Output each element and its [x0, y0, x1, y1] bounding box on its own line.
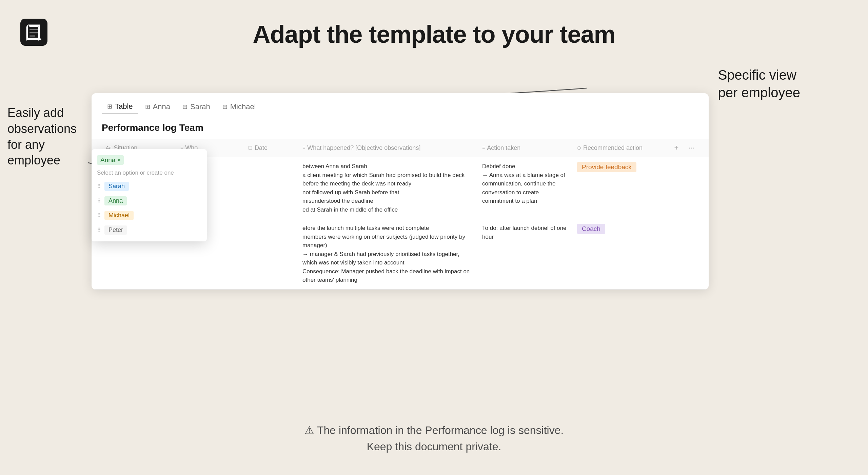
cell-what-2: efore the launch multiple tasks were not… — [298, 219, 478, 289]
row2-more[interactable] — [685, 219, 698, 229]
notion-logo — [20, 19, 47, 46]
sarah-tab-icon: ⊞ — [182, 103, 188, 111]
dropdown-item-michael[interactable]: ⠿ Michael — [92, 208, 207, 223]
chip-michael: Michael — [104, 211, 134, 220]
page-title: Adapt the template to your team — [0, 20, 868, 48]
page-header: Adapt the template to your team — [0, 0, 868, 48]
tabs-bar: ⊞ Table ⊞ Anna ⊞ Sarah ⊞ Michael — [92, 93, 709, 114]
badge-coach: Coach — [577, 224, 605, 234]
cell-recommended-2: Coach — [573, 219, 668, 239]
badge-provide-feedback: Provide feedback — [577, 162, 636, 172]
annotation-right: Specific view per employee — [718, 66, 800, 101]
notice-line2: Keep this document private. — [304, 438, 564, 455]
cell-date-1 — [244, 157, 298, 219]
chip-peter: Peter — [104, 225, 127, 235]
dropdown-item-sarah[interactable]: ⠿ Sarah — [92, 179, 207, 194]
col-what: ≡ What happened? [Objective observations… — [298, 139, 478, 157]
drag-handle-sarah: ⠿ — [97, 183, 101, 190]
row2-add[interactable] — [668, 219, 685, 229]
col-recommended: ⊙ Recommended action — [573, 139, 668, 157]
drag-handle-peter: ⠿ — [97, 227, 101, 233]
cell-action-1: Debrief done → Anna was at a blame stage… — [478, 157, 573, 219]
dropdown-placeholder: Select an option or create one — [92, 168, 207, 179]
col-more[interactable]: ··· — [685, 139, 698, 157]
col-date: ☐ Date — [244, 139, 298, 157]
notice-line1: ⚠ The information in the Performance log… — [304, 422, 564, 438]
dropdown-header: Anna × — [92, 153, 207, 167]
row1-add[interactable] — [668, 157, 685, 219]
drag-handle-anna: ⠿ — [97, 198, 101, 204]
cell-what-1: between Anna and Sarah a client meeting … — [298, 157, 478, 219]
col-add[interactable]: + — [668, 139, 685, 157]
table-title: Performance log Team — [92, 114, 709, 139]
dropdown-item-peter[interactable]: ⠿ Peter — [92, 223, 207, 237]
col-date-icon: ☐ — [248, 145, 253, 151]
col-action-icon: ≡ — [482, 145, 485, 151]
chip-anna: Anna — [104, 196, 127, 205]
cell-date-2 — [244, 219, 298, 229]
col-what-icon: ≡ — [302, 145, 305, 151]
anna-selected-chip: Anna × — [97, 155, 124, 165]
annotation-left: Easily add observations for any employee — [7, 105, 82, 169]
anna-tab-icon: ⊞ — [145, 103, 150, 111]
col-action: ≡ Action taken — [478, 139, 573, 157]
col-recommended-icon: ⊙ — [577, 145, 581, 151]
table-icon: ⊞ — [107, 103, 112, 110]
bottom-notice: ⚠ The information in the Performance log… — [304, 422, 564, 455]
tab-table[interactable]: ⊞ Table — [102, 99, 138, 114]
row1-more[interactable] — [685, 157, 698, 219]
tab-anna[interactable]: ⊞ Anna — [140, 100, 176, 114]
drag-handle-michael: ⠿ — [97, 212, 101, 219]
who-dropdown[interactable]: Anna × Select an option or create one ⠿ … — [92, 149, 207, 241]
cell-recommended-1: Provide feedback — [573, 157, 668, 219]
chip-sarah: Sarah — [104, 182, 129, 191]
dropdown-item-anna[interactable]: ⠿ Anna — [92, 194, 207, 208]
tab-michael[interactable]: ⊞ Michael — [217, 100, 261, 114]
michael-tab-icon: ⊞ — [222, 103, 228, 111]
remove-anna[interactable]: × — [117, 157, 120, 163]
cell-action-2: To do: after launch debrief of one hour — [478, 219, 573, 246]
tab-sarah[interactable]: ⊞ Sarah — [177, 100, 216, 114]
